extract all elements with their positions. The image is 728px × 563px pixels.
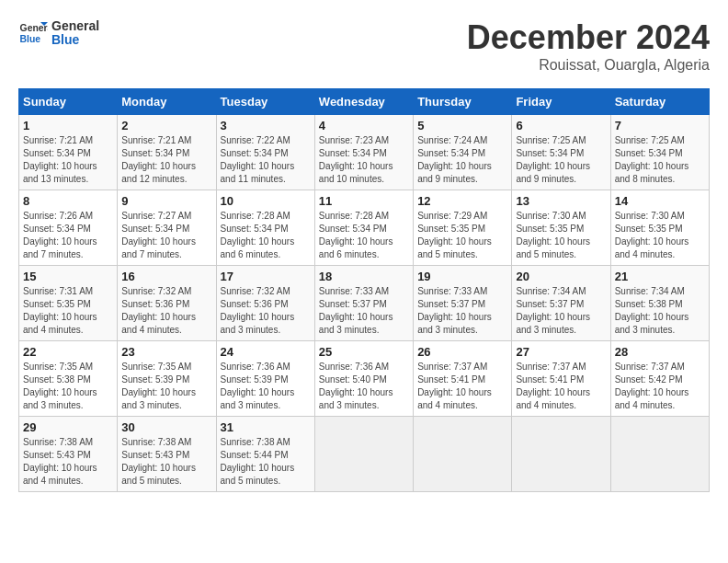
day-number: 17 xyxy=(221,270,311,283)
day-info: Sunrise: 7:24 AMSunset: 5:34 PMDaylight:… xyxy=(417,134,507,186)
day-number: 2 xyxy=(121,119,211,132)
day-number: 21 xyxy=(615,270,705,283)
day-info: Sunrise: 7:23 AMSunset: 5:34 PMDaylight:… xyxy=(319,134,409,186)
day-number: 19 xyxy=(417,270,507,283)
calendar-cell: 29Sunrise: 7:38 AMSunset: 5:43 PMDayligh… xyxy=(19,417,118,492)
day-info: Sunrise: 7:38 AMSunset: 5:44 PMDaylight:… xyxy=(221,436,311,488)
calendar-cell: 25Sunrise: 7:36 AMSunset: 5:40 PMDayligh… xyxy=(314,341,413,417)
day-number: 9 xyxy=(121,194,211,208)
day-info: Sunrise: 7:33 AMSunset: 5:37 PMDaylight:… xyxy=(417,285,507,337)
header-day-wednesday: Wednesday xyxy=(314,89,413,115)
day-number: 1 xyxy=(23,119,113,132)
calendar-cell: 1Sunrise: 7:21 AMSunset: 5:34 PMDaylight… xyxy=(19,115,118,190)
calendar-cell xyxy=(414,417,512,492)
day-info: Sunrise: 7:35 AMSunset: 5:39 PMDaylight:… xyxy=(121,361,211,412)
day-info: Sunrise: 7:25 AMSunset: 5:34 PMDaylight:… xyxy=(615,134,705,186)
calendar-cell: 15Sunrise: 7:31 AMSunset: 5:35 PMDayligh… xyxy=(19,266,118,341)
day-info: Sunrise: 7:37 AMSunset: 5:42 PMDaylight:… xyxy=(615,361,705,412)
day-number: 18 xyxy=(319,270,409,283)
day-info: Sunrise: 7:34 AMSunset: 5:37 PMDaylight:… xyxy=(516,285,606,337)
day-info: Sunrise: 7:30 AMSunset: 5:35 PMDaylight:… xyxy=(516,210,606,261)
calendar-cell: 13Sunrise: 7:30 AMSunset: 5:35 PMDayligh… xyxy=(512,190,610,266)
day-info: Sunrise: 7:22 AMSunset: 5:34 PMDaylight:… xyxy=(221,134,311,186)
calendar-cell: 18Sunrise: 7:33 AMSunset: 5:37 PMDayligh… xyxy=(314,266,413,341)
day-number: 4 xyxy=(319,119,409,132)
day-number: 27 xyxy=(516,345,606,359)
logo-blue: Blue xyxy=(51,33,99,47)
day-info: Sunrise: 7:21 AMSunset: 5:34 PMDaylight:… xyxy=(23,134,113,186)
calendar-cell: 22Sunrise: 7:35 AMSunset: 5:38 PMDayligh… xyxy=(19,341,118,417)
day-info: Sunrise: 7:37 AMSunset: 5:41 PMDaylight:… xyxy=(417,361,507,412)
header-row: SundayMondayTuesdayWednesdayThursdayFrid… xyxy=(19,89,710,115)
calendar-cell: 24Sunrise: 7:36 AMSunset: 5:39 PMDayligh… xyxy=(216,341,314,417)
calendar-cell: 16Sunrise: 7:32 AMSunset: 5:36 PMDayligh… xyxy=(118,266,216,341)
calendar-cell: 11Sunrise: 7:28 AMSunset: 5:34 PMDayligh… xyxy=(314,190,413,266)
day-info: Sunrise: 7:28 AMSunset: 5:34 PMDaylight:… xyxy=(221,210,311,261)
calendar-cell xyxy=(610,417,709,492)
calendar-week-2: 8Sunrise: 7:26 AMSunset: 5:34 PMDaylight… xyxy=(19,190,710,266)
day-number: 24 xyxy=(221,345,311,359)
calendar-week-5: 29Sunrise: 7:38 AMSunset: 5:43 PMDayligh… xyxy=(19,417,710,492)
day-number: 12 xyxy=(417,194,507,208)
calendar-cell: 17Sunrise: 7:32 AMSunset: 5:36 PMDayligh… xyxy=(216,266,314,341)
svg-text:Blue: Blue xyxy=(20,34,41,44)
day-info: Sunrise: 7:36 AMSunset: 5:40 PMDaylight:… xyxy=(319,361,409,412)
day-number: 31 xyxy=(221,420,311,434)
header: General Blue General Blue December 2024 … xyxy=(18,18,710,74)
calendar-cell: 30Sunrise: 7:38 AMSunset: 5:43 PMDayligh… xyxy=(118,417,216,492)
day-info: Sunrise: 7:32 AMSunset: 5:36 PMDaylight:… xyxy=(121,285,211,337)
calendar-cell: 14Sunrise: 7:30 AMSunset: 5:35 PMDayligh… xyxy=(610,190,709,266)
day-number: 29 xyxy=(23,420,113,434)
calendar-cell xyxy=(512,417,610,492)
calendar-week-3: 15Sunrise: 7:31 AMSunset: 5:35 PMDayligh… xyxy=(19,266,710,341)
day-info: Sunrise: 7:30 AMSunset: 5:35 PMDaylight:… xyxy=(615,210,705,261)
logo-general: General xyxy=(51,19,99,33)
day-number: 7 xyxy=(615,119,705,132)
day-number: 3 xyxy=(221,119,311,132)
day-info: Sunrise: 7:38 AMSunset: 5:43 PMDaylight:… xyxy=(121,436,211,488)
day-number: 11 xyxy=(319,194,409,208)
day-number: 28 xyxy=(615,345,705,359)
day-info: Sunrise: 7:37 AMSunset: 5:41 PMDaylight:… xyxy=(516,361,606,412)
day-number: 26 xyxy=(417,345,507,359)
day-info: Sunrise: 7:34 AMSunset: 5:38 PMDaylight:… xyxy=(615,285,705,337)
calendar-table: SundayMondayTuesdayWednesdayThursdayFrid… xyxy=(18,88,710,492)
day-info: Sunrise: 7:27 AMSunset: 5:34 PMDaylight:… xyxy=(121,210,211,261)
header-day-sunday: Sunday xyxy=(19,89,118,115)
logo-icon: General Blue xyxy=(18,18,48,48)
calendar-cell: 4Sunrise: 7:23 AMSunset: 5:34 PMDaylight… xyxy=(314,115,413,190)
calendar-cell: 3Sunrise: 7:22 AMSunset: 5:34 PMDaylight… xyxy=(216,115,314,190)
calendar-cell: 28Sunrise: 7:37 AMSunset: 5:42 PMDayligh… xyxy=(610,341,709,417)
day-info: Sunrise: 7:36 AMSunset: 5:39 PMDaylight:… xyxy=(221,361,311,412)
calendar-cell: 31Sunrise: 7:38 AMSunset: 5:44 PMDayligh… xyxy=(216,417,314,492)
day-number: 23 xyxy=(121,345,211,359)
header-day-friday: Friday xyxy=(512,89,610,115)
calendar-cell: 20Sunrise: 7:34 AMSunset: 5:37 PMDayligh… xyxy=(512,266,610,341)
day-number: 22 xyxy=(23,345,113,359)
day-number: 20 xyxy=(516,270,606,283)
calendar-cell: 21Sunrise: 7:34 AMSunset: 5:38 PMDayligh… xyxy=(610,266,709,341)
day-number: 30 xyxy=(121,420,211,434)
day-number: 14 xyxy=(615,194,705,208)
calendar-cell: 5Sunrise: 7:24 AMSunset: 5:34 PMDaylight… xyxy=(414,115,512,190)
day-info: Sunrise: 7:21 AMSunset: 5:34 PMDaylight:… xyxy=(121,134,211,186)
calendar-week-4: 22Sunrise: 7:35 AMSunset: 5:38 PMDayligh… xyxy=(19,341,710,417)
day-info: Sunrise: 7:31 AMSunset: 5:35 PMDaylight:… xyxy=(23,285,113,337)
calendar-cell: 19Sunrise: 7:33 AMSunset: 5:37 PMDayligh… xyxy=(414,266,512,341)
day-info: Sunrise: 7:28 AMSunset: 5:34 PMDaylight:… xyxy=(319,210,409,261)
title-section: December 2024 Rouissat, Ouargla, Algeria xyxy=(467,18,710,74)
header-day-monday: Monday xyxy=(118,89,216,115)
calendar-cell: 2Sunrise: 7:21 AMSunset: 5:34 PMDaylight… xyxy=(118,115,216,190)
header-day-thursday: Thursday xyxy=(414,89,512,115)
day-number: 25 xyxy=(319,345,409,359)
day-info: Sunrise: 7:35 AMSunset: 5:38 PMDaylight:… xyxy=(23,361,113,412)
day-number: 10 xyxy=(221,194,311,208)
day-info: Sunrise: 7:33 AMSunset: 5:37 PMDaylight:… xyxy=(319,285,409,337)
calendar-week-1: 1Sunrise: 7:21 AMSunset: 5:34 PMDaylight… xyxy=(19,115,710,190)
calendar-cell: 6Sunrise: 7:25 AMSunset: 5:34 PMDaylight… xyxy=(512,115,610,190)
day-info: Sunrise: 7:38 AMSunset: 5:43 PMDaylight:… xyxy=(23,436,113,488)
day-number: 8 xyxy=(23,194,113,208)
calendar-title: December 2024 xyxy=(467,18,710,57)
day-number: 16 xyxy=(121,270,211,283)
calendar-cell: 7Sunrise: 7:25 AMSunset: 5:34 PMDaylight… xyxy=(610,115,709,190)
